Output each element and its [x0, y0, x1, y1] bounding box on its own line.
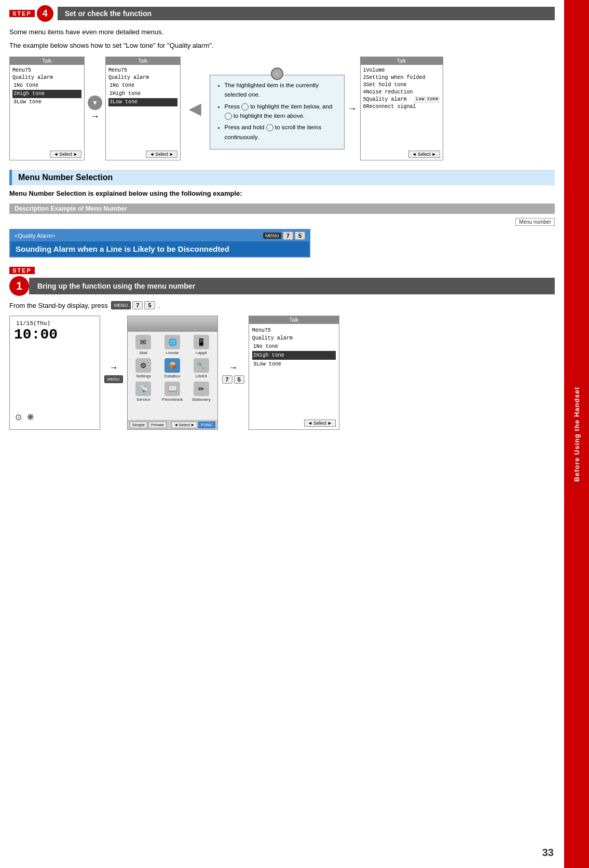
screen4-select[interactable]: ◄ Select ► — [408, 151, 440, 158]
intro-text-2: The example below shows how to set "Low … — [9, 40, 555, 51]
step1-screens: 11/15(Thu) 10:00 ⊙ ❋ → MENU ✉ Mail 🌐 i — [9, 316, 555, 430]
icons-grid-header — [128, 316, 217, 332]
screen1-select[interactable]: ◄ Select ► — [50, 151, 81, 158]
screen1-title: Talk — [10, 57, 84, 65]
screen2-body: Menu75 Quality alarm 1No tone 2High tone… — [108, 67, 177, 106]
phonebook-icon-sq: 📖 — [165, 382, 180, 396]
icon-service: 📡 Service — [131, 382, 157, 402]
menu-number-section-header: Menu Number Selection — [9, 170, 555, 185]
step4-badge: STEP — [9, 10, 35, 17]
standby-date: 11/15(Thu) — [16, 320, 95, 327]
step1-talk-body: Menu75 Quality alarm 1No tone 2High tone… — [249, 324, 339, 371]
screen4-item1: 1Volume — [363, 67, 440, 74]
screen2-item1: Quality alarm — [108, 74, 177, 82]
key-5: 5 — [144, 301, 155, 309]
imode-label: i-mode — [166, 350, 179, 355]
step4-circle: 4 — [37, 5, 53, 22]
intro-text-1: Some menu items have even more detailed … — [9, 27, 555, 37]
screen2-item4: 3Low tone — [108, 98, 177, 106]
step4-header: STEP 4 Set or check the function — [9, 5, 555, 22]
qa-menu-num: MENU 7 5 — [263, 232, 305, 240]
settings-icon-sq: ⚙ — [135, 358, 151, 373]
screen4-sub: Low tone — [414, 96, 440, 103]
step1-talk-item2: 1No tone — [252, 342, 336, 351]
simple-btn[interactable]: Simple — [130, 422, 147, 428]
step4-title: Set or check the function — [58, 7, 555, 20]
private-btn[interactable]: Private — [148, 422, 167, 428]
select-arrow-right: ► — [73, 152, 78, 157]
standby-icons: ⊙ ❋ — [15, 412, 34, 422]
icons-grid-screen: ✉ Mail 🌐 i-mode 📱 i-appli ⚙ Settings 📦 — [127, 316, 218, 430]
num-keys-row: 7 5 — [222, 375, 244, 384]
sidebar-label: Before Using the Handset — [573, 387, 581, 482]
screen4-item4: 4Noise reduction — [363, 89, 440, 96]
desc-example-bar: Description Example of Menu Number — [9, 204, 555, 214]
select-arrow-right-step1: ► — [327, 421, 332, 426]
icons-grid: ✉ Mail 🌐 i-mode 📱 i-appli ⚙ Settings 📦 — [128, 332, 217, 405]
select-arrow-right2: ► — [169, 152, 174, 157]
phonebook-label: Phonebook — [162, 397, 183, 402]
menu-key: MENU — [263, 233, 281, 239]
select-arrow-left-step1: ◄ — [308, 421, 312, 426]
screen4-item2: 2Setting when folded — [363, 74, 440, 82]
num-7: 7 — [283, 232, 293, 240]
select-arrow-left2: ◄ — [149, 152, 154, 157]
icons-footer-right: ◄ Select ► FUNC — [171, 422, 215, 428]
num-arrow: → 7 5 — [222, 362, 244, 384]
menu-number-label: Menu number — [515, 218, 555, 226]
screen4-body: 1Volume 2Setting when folded 3Set hold t… — [363, 67, 440, 111]
screen2-footer: ◄ Select ► — [106, 151, 180, 158]
step1-talk-select[interactable]: ◄ Select ► — [304, 419, 336, 427]
select-arrow-right4: ► — [432, 152, 436, 157]
select-arrow-left: ◄ — [53, 152, 58, 157]
step1-badge: STEP — [9, 267, 35, 274]
step1-talk-menu: Menu75 — [252, 327, 336, 334]
service-icon-sq: 📡 — [135, 382, 151, 396]
step1-section: STEP 1 Bring up the function using the m… — [9, 267, 555, 296]
nav-btn-arrow1: ▼ — [88, 96, 102, 110]
page-number: 33 — [542, 847, 554, 859]
right-sidebar: Before Using the Handset — [564, 0, 589, 868]
settings-label: Settings — [136, 374, 151, 378]
screen2-select[interactable]: ◄ Select ► — [146, 151, 177, 158]
right-arrow-menu: → — [109, 362, 118, 373]
up-btn-icon — [225, 113, 232, 120]
icon-databox: 📦 DataBox — [159, 358, 185, 378]
period: . — [158, 302, 160, 309]
callout-box: The highlighted item is the currently se… — [210, 75, 345, 150]
databox-label: DataBox — [165, 374, 181, 378]
right-arrow-1: → — [90, 111, 100, 122]
standby-screen: 11/15(Thu) 10:00 ⊙ ❋ — [9, 316, 100, 430]
menu-label-arrow: MENU — [104, 375, 123, 383]
step1-talk-item4: 3Low tone — [252, 360, 336, 369]
screen4-item6: 6Reconnect signal — [363, 103, 440, 111]
stationery-icon-sq: ✏ — [194, 382, 209, 396]
down-btn-icon — [241, 103, 249, 111]
key-5-step1: 5 — [234, 375, 244, 384]
func-btn[interactable]: FUNC — [198, 422, 215, 428]
screen1-menu: Menu75 — [12, 67, 81, 74]
right-arrow-2: → — [348, 103, 357, 114]
step1-title: Bring up the function using the menu num… — [29, 278, 555, 294]
screen1-item4: 3Low tone — [12, 98, 81, 106]
menu-number-description: Menu Number Selection is explained below… — [9, 189, 555, 197]
iappli-label: i-appli — [196, 350, 207, 355]
standby-time: 10:00 — [14, 327, 95, 343]
mail-label: Mail — [140, 350, 147, 355]
screen1-item3: 2High tone — [12, 90, 81, 98]
imode-icon-sq: 🌐 — [165, 335, 180, 349]
screen1-footer: ◄ Select ► — [10, 151, 84, 158]
icon-iappli: 📱 i-appli — [188, 335, 214, 355]
nav-btn-top: ○ — [271, 67, 283, 80]
icon-lifekit: 🔧 LifeKit — [188, 358, 214, 378]
iappli-icon-sq: 📱 — [194, 335, 209, 349]
step1-circle: 1 — [9, 276, 29, 296]
screen1-item1: Quality alarm — [12, 74, 81, 82]
key-sequence: MENU 7 5 — [111, 301, 155, 309]
screens-row: Talk Menu75 Quality alarm 1No tone 2High… — [9, 57, 555, 160]
screen4-item3: 3Set hold tone — [363, 82, 440, 89]
right-arrow-nums: → — [228, 362, 238, 373]
wifi-icon: ❋ — [27, 412, 34, 422]
select-btn-icons[interactable]: ◄ Select ► — [171, 422, 197, 428]
service-label: Service — [136, 397, 150, 402]
